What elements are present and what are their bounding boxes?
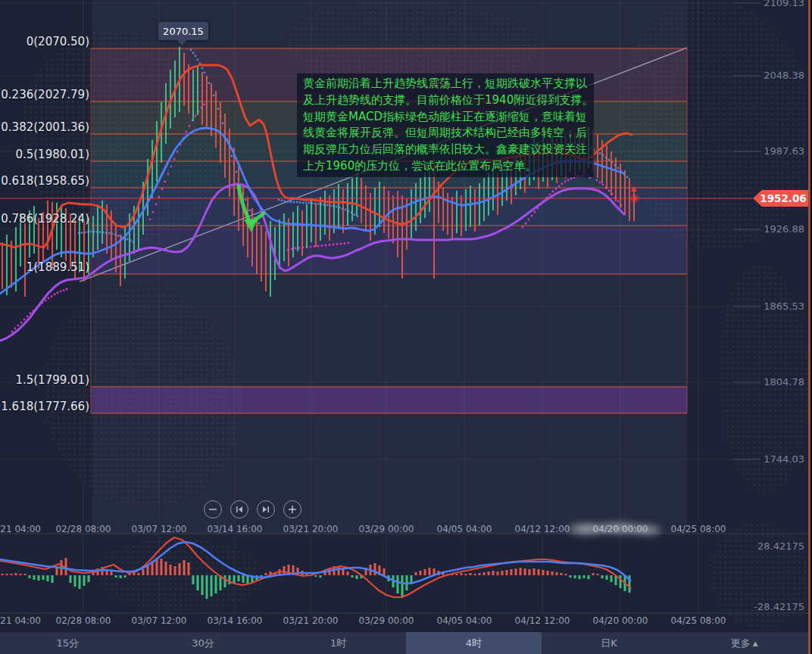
price-axis-label: 1926.88 <box>757 223 804 235</box>
time-axis-label: 02/21 04:00 <box>0 524 41 534</box>
time-axis-label: 04/25 08:00 <box>671 615 726 626</box>
time-axis-label: 02/28 08:00 <box>56 524 111 534</box>
current-price-value: 1952.06 <box>760 192 807 204</box>
macd-upper-scale: 28.42175 <box>727 540 804 552</box>
tab-label: 更多 <box>731 637 751 650</box>
tab-label: 15分 <box>57 637 80 650</box>
price-axis-label: 2109.13 <box>757 0 804 8</box>
fib-label: 1(1889.51) <box>0 260 89 274</box>
time-axis-label: 03/14 16:00 <box>208 615 263 626</box>
tab-timeframe-1时[interactable]: 1时 <box>270 632 406 654</box>
time-axis-label: 02/28 08:00 <box>56 615 111 626</box>
zoom-in-button[interactable] <box>283 500 301 519</box>
time-axis-label: 04/05 04:00 <box>437 615 492 626</box>
analysis-note-line: 上方1960的压力位，尝试在此位置布局空单。 <box>303 158 588 175</box>
price-axis-label: 1804.78 <box>757 376 804 388</box>
time-axis-label: 04/05 04:00 <box>437 524 492 534</box>
fib-label: 0.786(1928.24) <box>0 212 89 226</box>
tab-timeframe-4时[interactable]: 4时 <box>406 632 542 654</box>
chevron-up-icon: ▲ <box>753 640 758 647</box>
tab-label: 1时 <box>330 637 346 650</box>
analysis-note-line: 及上升趋势线的支撑。目前价格位于1940附近得到支撑。 <box>303 92 588 109</box>
analysis-note-line: 短期黄金MACD指标绿色动能柱正在逐渐缩短，意味着短 <box>303 109 588 126</box>
time-axis-label: 04/12 12:00 <box>515 615 570 626</box>
macd-lower-scale: -28.42175 <box>727 601 804 612</box>
time-axis-label: 03/07 12:00 <box>132 615 187 626</box>
tab-timeframe-30分[interactable]: 30分 <box>136 632 271 654</box>
time-axis-label: 03/21 20:00 <box>283 615 339 626</box>
analysis-note-line: 期反弹压力位后回落的概率依旧较大。鑫豪建议投资关注 <box>303 142 588 158</box>
fib-label: 0.5(1980.01) <box>0 148 89 161</box>
time-axis-label: 03/07 12:00 <box>132 524 187 534</box>
current-price-tag: 1952.06 <box>753 190 809 207</box>
price-tooltip: 2070.15 <box>158 22 208 40</box>
analysis-note-line: 线黄金将展开反弹。但短周期技术结构已经由多转空，后 <box>303 125 588 142</box>
time-axis-label: 04/25 08:00 <box>671 524 726 534</box>
tooltip-pointer-icon <box>176 39 187 45</box>
tab-timeframe-更多[interactable]: 更多▲ <box>676 632 812 654</box>
time-axis-label: 04/12 12:00 <box>515 524 570 534</box>
fib-label: 0.618(1958.65) <box>0 174 89 188</box>
time-axis-label: 04/20 00:00 <box>593 524 648 534</box>
trading-chart-app: 0(2070.50)0.236(2027.79)0.382(2001.36)0.… <box>0 0 812 654</box>
fib-label: 0(2070.50) <box>0 35 89 48</box>
price-axis-label: 1865.53 <box>757 301 804 312</box>
tab-timeframe-15分[interactable]: 15分 <box>0 632 136 654</box>
price-axis-label: 1744.03 <box>757 453 804 465</box>
price-tooltip-value: 2070.15 <box>163 26 204 37</box>
price-axis-label: 1987.63 <box>757 145 804 157</box>
analysis-note: 黄金前期沿着上升趋势线震荡上行，短期跌破水平支撑以及上升趋势线的支撑。目前价格位… <box>297 73 594 177</box>
time-axis-label: 04/20 00:00 <box>593 615 648 626</box>
fib-label: 1.5(1799.01) <box>0 373 89 387</box>
tab-label: 4时 <box>466 637 482 650</box>
tab-label: 30分 <box>192 637 214 650</box>
time-axis-label: 03/21 20:00 <box>283 524 339 534</box>
analysis-note-line: 黄金前期沿着上升趋势线震荡上行，短期跌破水平支撑以 <box>303 76 588 92</box>
time-axis-label: 03/29 00:00 <box>359 615 414 626</box>
tab-label: 日K <box>601 637 617 650</box>
tab-timeframe-日K[interactable]: 日K <box>542 632 677 654</box>
zoom-out-button[interactable] <box>204 500 222 519</box>
time-axis-label: 02/21 04:00 <box>0 615 41 626</box>
fib-label: 0.382(2001.36) <box>0 120 89 134</box>
fib-label: 1.618(1777.66) <box>0 400 89 413</box>
skip-start-button[interactable] <box>230 500 248 519</box>
skip-end-button[interactable] <box>257 500 275 519</box>
fib-label: 0.236(2027.79) <box>0 88 89 101</box>
price-axis-label: 2048.38 <box>757 70 804 81</box>
time-axis-label: 03/29 00:00 <box>359 524 414 534</box>
timeframe-toolbar: 15分30分1时4时日K更多▲ <box>0 631 812 654</box>
time-axis-label: 03/14 16:00 <box>208 524 263 534</box>
